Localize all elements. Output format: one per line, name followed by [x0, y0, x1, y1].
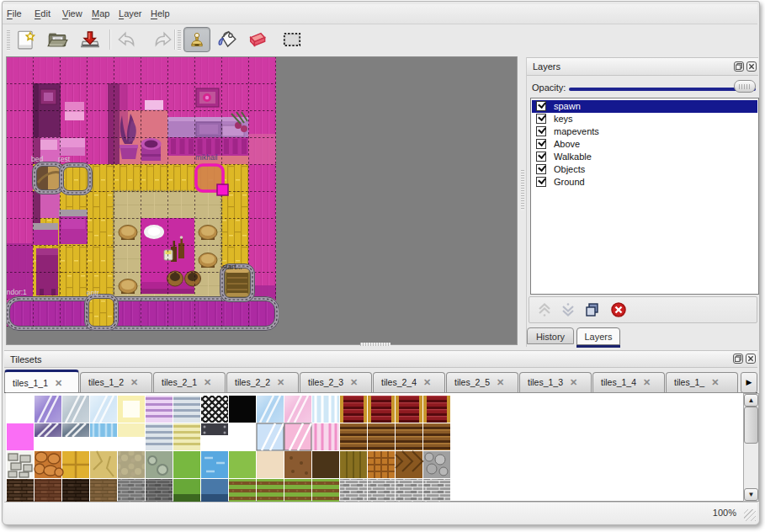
svg-text:start...: start... [222, 263, 242, 271]
svg-text:bed: bed [31, 155, 43, 163]
svg-text:rest: rest [58, 155, 71, 163]
svg-text:entr...: entr... [87, 289, 104, 297]
svg-text:mikhail: mikhail [195, 153, 218, 162]
svg-text:andor:1: andor:1 [6, 288, 27, 296]
